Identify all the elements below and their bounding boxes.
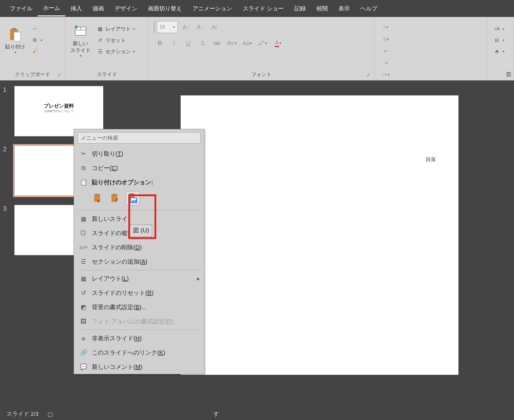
notes-icon[interactable]: ▢ <box>48 411 53 418</box>
dialog-launcher-icon[interactable]: ⤢ <box>366 73 371 78</box>
align-text-icon: ⊟ <box>493 37 500 44</box>
font-name-combo[interactable] <box>154 21 154 33</box>
thumb-number: 3 <box>3 205 10 255</box>
slide-canvas[interactable] <box>181 95 458 375</box>
tab-file[interactable]: ファイル <box>4 1 38 16</box>
ctx-layout-label: レイアウト(L) <box>92 275 129 283</box>
increase-font-button[interactable]: A↑ <box>180 21 192 33</box>
char-spacing-button[interactable]: AV▾ <box>225 37 238 49</box>
tab-draw[interactable]: 描画 <box>87 1 109 16</box>
ribbon-group-font: 18▾ A↑ A↓ A⃠ B I U S ab AV▾ Aa▾ 🖍▾ A▾ フォ… <box>149 17 374 80</box>
tab-record[interactable]: 記録 <box>289 1 311 16</box>
underline-button[interactable]: U <box>182 37 194 49</box>
cut-button[interactable]: ✂ <box>29 24 45 34</box>
scissors-icon: ✂ <box>31 25 38 32</box>
tab-slideshow[interactable]: スライド ショー <box>237 1 289 16</box>
change-case-button[interactable]: Aa▾ <box>241 37 254 49</box>
section-icon: ☰ <box>79 257 88 266</box>
bullets-button[interactable]: ≡▾ <box>380 21 392 33</box>
tab-help[interactable]: ヘルプ <box>355 1 383 16</box>
tab-home[interactable]: ホーム <box>38 1 65 16</box>
svg-rect-1 <box>12 28 16 30</box>
chevron-down-icon: ▾ <box>133 27 135 31</box>
shadow-button[interactable]: S <box>197 37 209 49</box>
strikethrough-button[interactable]: ab <box>211 37 223 49</box>
numbering-button[interactable]: ≣▾ <box>380 33 392 45</box>
decrease-indent-button[interactable]: ⇤ <box>380 45 392 57</box>
new-slide-button[interactable]: 新しい スライド ▾ <box>68 19 93 61</box>
ctx-format-background[interactable]: ◩ 背景の書式設定(B)... <box>74 300 204 314</box>
paste-keep-source-button[interactable]: a <box>91 191 105 205</box>
chevron-down-icon: ▾ <box>388 73 390 77</box>
dialog-launcher-icon[interactable]: ⤢ <box>57 73 62 78</box>
ctx-reset-label: スライドのリセット(R) <box>92 289 154 297</box>
ctx-delete-slide[interactable]: ▭✕ スライドの削除(D) <box>74 240 204 254</box>
tab-transitions[interactable]: 画面切り替え <box>143 1 187 16</box>
tab-design[interactable]: デザイン <box>109 1 143 16</box>
font-color-icon: A <box>275 39 279 47</box>
ctx-hide-slide[interactable]: ⌀ 非表示スライド(H) <box>74 331 204 345</box>
status-suffix: す <box>213 410 219 418</box>
ctx-photo-album-label: フォト アルバムの書式設定(P)... <box>92 317 178 325</box>
chevron-down-icon: ▾ <box>503 50 504 54</box>
increase-indent-button[interactable]: ⇥ <box>380 57 392 69</box>
copy-button[interactable]: ⧉▾ <box>29 35 45 45</box>
italic-button[interactable]: I <box>168 37 180 49</box>
ribbon-group-partial: ↕A▾ ⊟▾ ⬘▾ 図 <box>487 17 514 80</box>
section-label: セクション <box>105 48 131 55</box>
new-slide-icon: ▦ <box>79 215 88 223</box>
ribbon-group-label: スライド <box>68 70 146 79</box>
ctx-reset-slide[interactable]: ↺ スライドのリセット(R) <box>74 286 204 300</box>
ctx-copy[interactable]: ⧉ コピー(C) <box>74 161 204 175</box>
tab-review[interactable]: 校閲 <box>311 1 333 16</box>
align-text-button[interactable]: ⊟▾ <box>491 35 510 45</box>
new-slide-label: 新しい スライド <box>70 40 91 54</box>
chevron-down-icon: ▾ <box>80 54 82 58</box>
ribbon-group-clipboard: 貼り付け ▾ ✂ ⧉▾ 🖌 クリップボード⤢ <box>0 17 65 80</box>
tab-animations[interactable]: アニメーション <box>187 1 237 16</box>
thumb-number: 2 <box>3 145 10 196</box>
dialog-launcher-icon[interactable]: ⤢ <box>479 158 484 163</box>
ribbon-group-label: クリップボード⤢ <box>2 70 63 79</box>
text-direction-icon: ↕A <box>493 25 500 32</box>
ctx-delete-label: スライドの削除(D) <box>92 243 142 251</box>
paste-source-icon: a <box>93 193 103 203</box>
highlight-button[interactable]: 🖍▾ <box>256 37 269 49</box>
copy-icon: ⧉ <box>31 37 38 44</box>
chevron-down-icon: ▾ <box>503 27 504 31</box>
tab-insert[interactable]: 挿入 <box>65 1 87 16</box>
ctx-new-comment-label: 新しいコメント(M) <box>92 363 142 371</box>
chevron-down-icon: ▾ <box>503 38 504 42</box>
decrease-font-button[interactable]: A↓ <box>194 21 206 33</box>
chevron-down-icon: ▾ <box>173 25 175 29</box>
text-direction-button[interactable]: ↕A▾ <box>491 24 510 34</box>
ctx-add-section[interactable]: ☰ セクションの追加(A) <box>74 254 204 269</box>
font-size-combo[interactable]: 18▾ <box>157 21 178 33</box>
smartart-button[interactable]: ⬘▾ <box>491 47 510 56</box>
bold-button[interactable]: B <box>154 37 166 49</box>
font-color-button[interactable]: A▾ <box>272 37 285 49</box>
context-menu: メニューの検索 ✂ 切り取り(T) ⧉ コピー(C) 📋 貼り付けのオプション:… <box>74 129 204 374</box>
layout-button[interactable]: ▦レイアウト▾ <box>94 24 137 34</box>
ctx-new-comment[interactable]: 💬 新しいコメント(M) <box>74 360 204 374</box>
line-spacing-button[interactable]: ↕≡▾ <box>380 69 392 81</box>
paste-use-dest-button[interactable] <box>108 191 123 205</box>
clipboard-icon <box>9 26 22 44</box>
section-button[interactable]: ☰セクション▾ <box>94 47 137 56</box>
ctx-cut[interactable]: ✂ 切り取り(T) <box>74 147 204 161</box>
svg-text:a: a <box>97 199 100 203</box>
tab-view[interactable]: 表示 <box>333 1 355 16</box>
format-painter-button[interactable]: 🖌 <box>29 47 45 56</box>
svg-rect-2 <box>14 32 21 41</box>
ctx-link-to-slide[interactable]: 🔗 このスライドへのリンク(K) <box>74 345 204 360</box>
ctx-paste-options-label: 貼り付けのオプション: <box>92 178 153 186</box>
paste-button[interactable]: 貼り付け ▾ <box>2 19 28 61</box>
chevron-down-icon: ▾ <box>41 38 42 42</box>
menu-search-input[interactable]: メニューの検索 <box>78 132 201 144</box>
ctx-new-slide-label: 新しいスライ <box>92 215 127 223</box>
ctx-layout[interactable]: ▦ レイアウト(L) ▸ <box>74 271 204 286</box>
reset-button[interactable]: ↺リセット <box>94 35 137 45</box>
ctx-hide-slide-label: 非表示スライド(H) <box>92 334 142 342</box>
reset-label: リセット <box>105 37 126 44</box>
clear-formatting-button[interactable]: A⃠ <box>209 21 220 33</box>
